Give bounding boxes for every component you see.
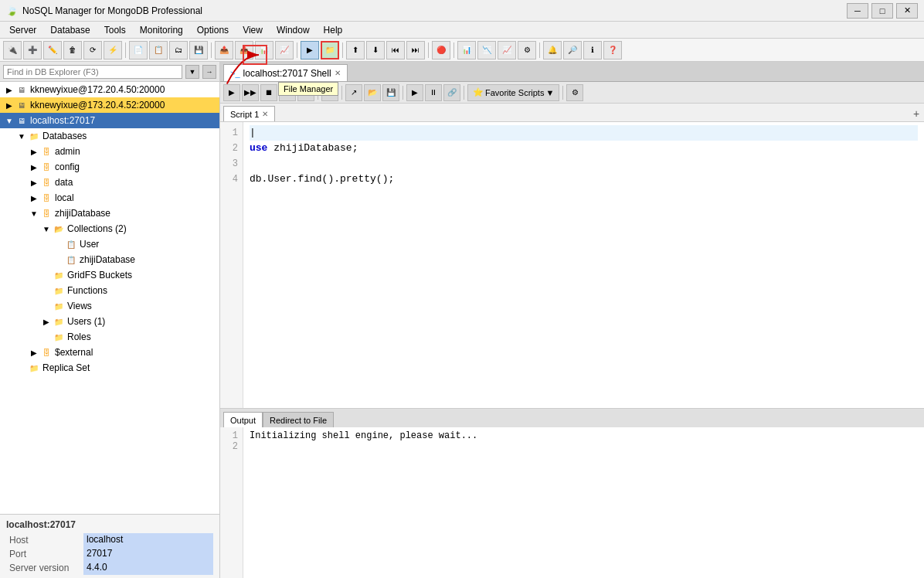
tb-btn-26[interactable]: 🔎 (563, 41, 582, 60)
tree-item-admin[interactable]: ▶ 🗄 admin (0, 144, 219, 159)
tb-btn-12[interactable]: 📥 (235, 41, 253, 60)
tb-btn-16[interactable]: ⬆ (346, 41, 365, 60)
main-layout: ▼ → ▶ 🖥 kknewyixue@172.20.4.50:20000 ▶ 🖥… (0, 62, 924, 578)
sc-gear-btn[interactable]: ⚙ (566, 84, 583, 101)
tb-btn-9[interactable]: 🗂 (169, 41, 188, 60)
menu-monitoring[interactable]: Monitoring (134, 23, 189, 37)
tree-item-zhiji[interactable]: ▼ 🗄 zhijiDatabase (0, 206, 219, 221)
menu-server[interactable]: Server (3, 23, 42, 37)
tb-btn-27[interactable]: ℹ (583, 41, 602, 60)
expand-icon-admin: ▶ (28, 148, 40, 156)
tree-label-zhiji: zhijiDatabase (55, 208, 110, 219)
tb-btn-14[interactable]: 📈 (275, 41, 294, 60)
tree-item-server2[interactable]: ▶ 🖥 kknewyixue@173.20.4.52:20000 (0, 97, 219, 113)
search-expand-btn[interactable]: ▼ (185, 65, 199, 79)
tree-item-functions[interactable]: 📁 Functions (0, 283, 219, 298)
script-tab-add[interactable]: + (909, 106, 924, 121)
tree-item-gridfs[interactable]: 📁 GridFS Buckets (0, 267, 219, 283)
tb-btn-25[interactable]: 🔔 (543, 41, 562, 60)
redirect-tab-label: Redirect to File (270, 416, 327, 425)
menu-database[interactable]: Database (44, 23, 96, 37)
menu-help[interactable]: Help (318, 23, 349, 37)
toolbar-sep-6 (454, 42, 454, 58)
sc-run-btn[interactable]: ▶ (223, 84, 240, 101)
tb-btn-3[interactable]: ✏️ (43, 41, 62, 60)
tb-btn-22[interactable]: 📉 (477, 41, 496, 60)
tab-close-btn[interactable]: ✕ (335, 69, 341, 77)
tree-item-user[interactable]: 📋 User (0, 236, 219, 252)
db-icon-admin: 🗄 (40, 146, 53, 157)
tb-btn-19[interactable]: ⏭ (406, 41, 425, 60)
script-tab-close-1[interactable]: ✕ (262, 110, 268, 118)
tb-btn-1[interactable]: 🔌 (3, 41, 22, 60)
sc-open-btn[interactable]: 📂 (364, 84, 381, 101)
output-tab-output[interactable]: Output (223, 412, 263, 427)
tb-btn-filedir[interactable]: 📁 (321, 41, 339, 60)
close-button[interactable]: ✕ (896, 3, 918, 19)
tree-item-zhiji-coll[interactable]: 📋 zhijiDatabase (0, 252, 219, 267)
tree-item-collections[interactable]: ▼ 📂 Collections (2) (0, 221, 219, 236)
menu-view[interactable]: View (236, 23, 269, 37)
tb-btn-24[interactable]: ⚙ (518, 41, 536, 60)
tree-item-views[interactable]: 📁 Views (0, 298, 219, 314)
script-tab-1[interactable]: Script 1 ✕ (223, 106, 275, 121)
main-tab[interactable]: >_ localhost:27017 Shell ✕ (223, 64, 348, 81)
output-tab-redirect[interactable]: Redirect to File (263, 412, 334, 427)
search-input[interactable] (3, 65, 182, 79)
menu-options[interactable]: Options (191, 23, 235, 37)
tree-item-users[interactable]: ▶ 📁 Users (1) (0, 314, 219, 329)
tree-item-local[interactable]: ▶ 🗄 local (0, 190, 219, 206)
tb-btn-10[interactable]: 💾 (189, 41, 208, 60)
maximize-button[interactable]: □ (871, 3, 893, 19)
sc-play-btn[interactable]: ▶ (406, 84, 423, 101)
tb-btn-21[interactable]: 📊 (457, 41, 476, 60)
tb-btn-18[interactable]: ⏮ (386, 41, 405, 60)
expand-icon-2: ▶ (3, 101, 15, 110)
menu-window[interactable]: Window (270, 23, 316, 37)
editor-area[interactable]: 1 2 3 4 | use zhijiDatabase; db.User.fin… (220, 122, 924, 408)
tree-label-users: Users (1) (67, 316, 105, 327)
tb-btn-8[interactable]: 📋 (149, 41, 168, 60)
tree-item-localhost[interactable]: ▼ 🖥 localhost:27017 (0, 113, 219, 128)
tb-btn-run[interactable]: ▶ (301, 41, 319, 60)
sc-runall-btn[interactable]: ▶▶ (242, 84, 259, 101)
minimize-button[interactable]: ─ (847, 3, 868, 19)
sc-sep-3 (403, 86, 403, 100)
favorite-scripts-btn[interactable]: ⭐ Favorite Scripts ▼ (467, 84, 559, 101)
tree-container: ▶ 🖥 kknewyixue@172.20.4.50:20000 ▶ 🖥 kkn… (0, 82, 219, 514)
window-controls[interactable]: ─ □ ✕ (847, 3, 918, 19)
tb-btn-13[interactable]: 📊 (255, 41, 273, 60)
expand-icon-zhiji: ▼ (28, 209, 40, 218)
sc-link-btn[interactable]: 🔗 (443, 84, 460, 101)
tree-item-config[interactable]: ▶ 🗄 config (0, 159, 219, 175)
tree-item-databases[interactable]: ▼ 📁 Databases (0, 128, 219, 144)
menu-tools[interactable]: Tools (98, 23, 132, 37)
search-bar: ▼ → (0, 62, 219, 82)
tb-btn-6[interactable]: ⚡ (104, 41, 122, 60)
sc-stop-btn[interactable]: ⏹ (260, 84, 277, 101)
search-go-btn[interactable]: → (202, 65, 216, 79)
code-content[interactable]: | use zhijiDatabase; db.User.find().pret… (243, 122, 924, 408)
tab-icon: >_ (230, 69, 240, 78)
output-content: Initializing shell engine, please wait..… (243, 427, 484, 578)
sc-upload-btn[interactable]: ↗ (345, 84, 362, 101)
tree-item-server1[interactable]: ▶ 🖥 kknewyixue@172.20.4.50:20000 (0, 82, 219, 97)
sc-save-btn[interactable]: 💾 (382, 84, 399, 101)
info-row-port: Port 27017 (6, 547, 213, 561)
tb-btn-4[interactable]: 🗑 (63, 41, 82, 60)
tb-btn-17[interactable]: ⬇ (366, 41, 385, 60)
tb-btn-11[interactable]: 📤 (215, 41, 233, 60)
db-icon-zhiji: 🗄 (40, 208, 53, 219)
tb-btn-5[interactable]: ⟳ (83, 41, 102, 60)
tb-btn-23[interactable]: 📈 (498, 41, 516, 60)
tb-btn-28[interactable]: ❓ (603, 41, 622, 60)
tree-item-roles[interactable]: 📁 Roles (0, 329, 219, 345)
tb-btn-20[interactable]: 🔴 (432, 41, 450, 60)
tb-btn-2[interactable]: ➕ (23, 41, 42, 60)
tree-item-external[interactable]: ▶ 🗄 $external (0, 345, 219, 360)
table-icon-user: 📋 (65, 239, 77, 250)
tree-item-replicaset[interactable]: 📁 Replica Set (0, 360, 219, 376)
tb-btn-7[interactable]: 📄 (129, 41, 148, 60)
sc-pause-btn[interactable]: ⏸ (425, 84, 442, 101)
tree-item-data[interactable]: ▶ 🗄 data (0, 175, 219, 190)
